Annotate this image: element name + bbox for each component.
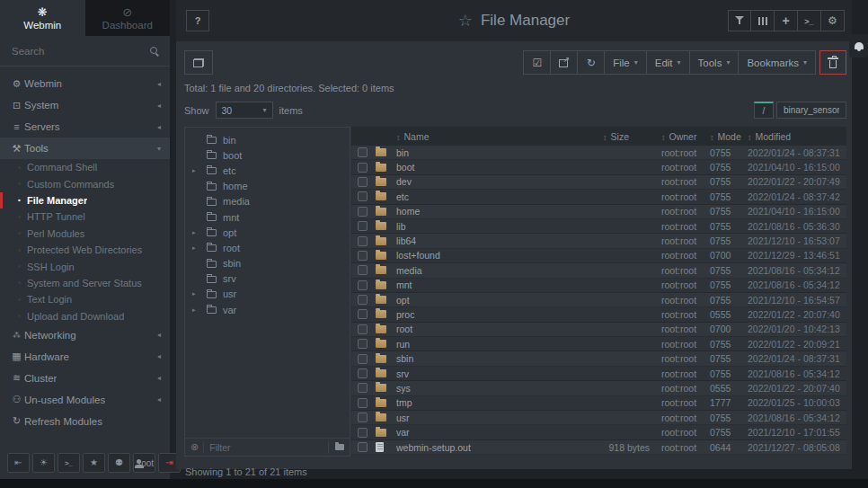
refresh-button[interactable] — [578, 50, 605, 75]
row-checkbox[interactable] — [358, 295, 368, 305]
tree-node[interactable]: opt — [185, 225, 350, 240]
table-row[interactable]: bin root:root 0755 2022/01/24 - 08:37:31 — [351, 146, 846, 160]
column-header-modified[interactable]: Modified — [748, 131, 846, 142]
table-row[interactable]: lib root:root 0755 2021/08/16 - 05:36:30 — [351, 219, 846, 234]
export-button[interactable] — [551, 50, 578, 75]
sidebar-item[interactable]: Command Shell — [0, 159, 170, 175]
row-checkbox[interactable] — [358, 163, 368, 173]
sidebar-item[interactable]: Cluster — [0, 368, 170, 389]
table-row[interactable]: lib64 root:root 0755 2021/12/10 - 16:53:… — [351, 234, 846, 248]
file-name[interactable]: lib — [396, 221, 575, 232]
table-row[interactable]: mnt root:root 0755 2021/08/16 - 05:34:12 — [351, 279, 846, 293]
help-button[interactable] — [186, 10, 209, 31]
columns-button[interactable] — [751, 10, 775, 31]
tab-dashboard[interactable]: ⊘ Dashboard — [85, 0, 171, 36]
favorite-star-icon[interactable]: ☆ — [458, 11, 473, 31]
sidebar-item[interactable]: SSH Login — [0, 258, 170, 274]
column-header-mode[interactable]: Mode — [710, 131, 748, 142]
expand-arrow-icon[interactable] — [192, 229, 203, 236]
sidebar-item[interactable]: Custom Commands — [0, 175, 170, 191]
tree-node[interactable]: boot — [185, 147, 350, 163]
table-row[interactable]: opt root:root 0755 2021/12/10 - 16:54:57 — [351, 293, 846, 307]
sidebar-item[interactable]: Upload and Download — [0, 308, 170, 324]
row-checkbox[interactable] — [358, 280, 368, 290]
table-row[interactable]: root root:root 0700 2022/01/20 - 10:42:1… — [351, 323, 846, 337]
sidebar-item[interactable]: System and Server Status — [0, 275, 170, 291]
file-menu-button[interactable]: File▾ — [605, 50, 647, 75]
table-row[interactable]: home root:root 0755 2021/04/10 - 16:15:0… — [351, 205, 846, 219]
tree-node[interactable]: media — [185, 194, 350, 209]
table-row[interactable]: sys root:root 0555 2022/01/22 - 20:07:40 — [351, 381, 846, 395]
file-name[interactable]: srv — [396, 368, 575, 379]
expand-arrow-icon[interactable] — [192, 306, 203, 314]
filter-button[interactable] — [728, 10, 751, 31]
edit-menu-button[interactable]: Edit▾ — [647, 50, 690, 75]
page-size-select[interactable]: 30 ▾ — [216, 102, 273, 119]
favorites-button[interactable]: ★ — [83, 453, 105, 473]
row-checkbox[interactable] — [358, 368, 368, 378]
file-name[interactable]: bin — [396, 147, 575, 158]
theme-palette-button[interactable]: ⚉ — [108, 453, 130, 473]
sidebar-item[interactable]: Hardware — [0, 346, 170, 368]
sidebar-item[interactable]: HTTP Tunnel — [0, 209, 170, 225]
table-row[interactable]: media root:root 0755 2021/08/16 - 05:34:… — [351, 263, 846, 278]
bookmarks-menu-button[interactable]: Bookmarks▾ — [739, 50, 816, 75]
row-checkbox[interactable] — [358, 251, 368, 261]
table-row[interactable]: srv root:root 0755 2021/08/16 - 05:34:12 — [351, 367, 846, 381]
row-checkbox[interactable] — [358, 383, 368, 393]
sidebar-item[interactable]: Perl Modules — [0, 226, 170, 242]
sidebar-item[interactable]: Protected Web Directories — [0, 242, 170, 258]
row-checkbox[interactable] — [358, 207, 368, 217]
table-row[interactable]: webmin-setup.out 918 bytes root:root 064… — [351, 440, 846, 455]
tree-filter-input[interactable] — [203, 442, 323, 453]
table-row[interactable]: proc root:root 0555 2022/01/22 - 20:07:4… — [351, 307, 846, 322]
tree-node[interactable]: var — [185, 302, 350, 317]
clear-filter-icon[interactable] — [190, 441, 199, 453]
row-checkbox[interactable] — [358, 413, 368, 422]
file-name[interactable]: boot — [396, 162, 575, 173]
file-name[interactable]: webmin-setup.out — [396, 442, 575, 453]
row-checkbox[interactable] — [358, 309, 368, 319]
table-row[interactable]: tmp root:root 1777 2022/01/25 - 10:00:03 — [351, 396, 846, 411]
file-name[interactable]: lost+found — [396, 250, 575, 261]
sidebar-item[interactable]: Text Login — [0, 291, 170, 307]
terminal-button[interactable]: >_ — [58, 453, 80, 473]
sidebar-item[interactable]: Refresh Modules — [0, 411, 170, 432]
file-name[interactable]: media — [396, 265, 575, 276]
table-row[interactable]: var root:root 0755 2021/12/10 - 17:01:55 — [351, 425, 846, 439]
expand-arrow-icon[interactable] — [192, 244, 203, 252]
file-name[interactable]: tmp — [396, 397, 575, 408]
tree-node[interactable]: usr — [185, 287, 350, 302]
theme-toggle-button[interactable]: ☀ — [32, 453, 55, 473]
tree-node[interactable]: root — [185, 240, 350, 255]
row-checkbox[interactable] — [358, 147, 368, 157]
select-all-button[interactable] — [523, 50, 551, 75]
user-button[interactable]: root — [133, 453, 155, 473]
add-button[interactable] — [775, 10, 798, 31]
search-input[interactable] — [12, 46, 150, 57]
table-row[interactable]: lost+found root:root 0700 2021/12/29 - 1… — [351, 249, 846, 263]
table-row[interactable]: usr root:root 0755 2021/08/16 - 05:34:12 — [351, 411, 846, 425]
tree-node[interactable]: etc — [185, 163, 350, 178]
row-checkbox[interactable] — [358, 191, 368, 201]
tree-folder-button[interactable] — [328, 441, 344, 454]
path-search-input[interactable] — [776, 102, 846, 119]
file-name[interactable]: usr — [396, 413, 575, 423]
file-name[interactable]: root — [396, 324, 575, 334]
notifications-button[interactable] — [849, 34, 868, 58]
row-checkbox[interactable] — [358, 428, 368, 438]
row-checkbox[interactable] — [358, 442, 368, 452]
file-name[interactable]: var — [396, 427, 575, 438]
path-root-button[interactable]: / — [754, 102, 774, 119]
file-name[interactable]: lib64 — [396, 235, 575, 246]
tree-node[interactable]: home — [185, 179, 350, 194]
file-name[interactable]: home — [396, 206, 575, 217]
table-row[interactable]: etc root:root 0755 2022/01/24 - 08:37:42 — [351, 190, 846, 204]
file-name[interactable]: opt — [396, 295, 575, 306]
tree-node[interactable]: sbin — [185, 256, 350, 271]
sidebar-item[interactable]: Webmin — [0, 73, 170, 94]
sidebar-item[interactable]: Networking — [0, 324, 170, 346]
tree-node[interactable]: bin — [185, 132, 350, 147]
sidebar-item[interactable]: System — [0, 94, 170, 116]
column-header-name[interactable]: Name — [396, 131, 575, 142]
